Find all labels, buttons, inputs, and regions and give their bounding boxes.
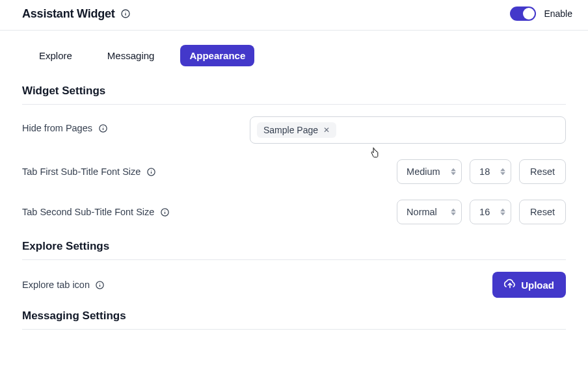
chevrons-icon <box>451 168 456 176</box>
widget-settings-title: Widget Settings <box>22 85 566 98</box>
number-value: 18 <box>479 166 490 177</box>
tab-second-label-wrap: Tab Second Sub-Title Font Size <box>22 207 250 217</box>
number-value: 16 <box>479 207 490 217</box>
tab-first-size-number[interactable]: 18 <box>470 159 511 184</box>
tab-first-label-wrap: Tab First Sub-Title Font Size <box>22 166 250 177</box>
page-body: Explore Messaging Appearance Widget Sett… <box>0 31 588 330</box>
svg-point-2 <box>125 12 126 12</box>
tab-explore[interactable]: Explore <box>30 45 81 66</box>
toggle-knob <box>523 8 535 20</box>
page-header: Assistant Widget Enable <box>0 0 588 31</box>
hide-from-pages-input[interactable]: Sample Page ✕ <box>250 116 566 144</box>
hide-from-pages-label: Hide from Pages <box>22 123 92 133</box>
hide-from-pages-label-wrap: Hide from Pages <box>22 116 250 133</box>
info-icon[interactable] <box>95 280 105 290</box>
row-tab-second: Tab Second Sub-Title Font Size Normal 16 <box>22 200 566 224</box>
title-wrap: Assistant Widget <box>22 7 131 21</box>
upload-button[interactable]: Upload <box>492 272 566 298</box>
tab-appearance[interactable]: Appearance <box>180 45 254 66</box>
info-icon[interactable] <box>98 123 108 133</box>
svg-point-8 <box>151 170 152 170</box>
tab-second-size-number[interactable]: 16 <box>470 200 511 224</box>
tab-first-size-select[interactable]: Medium <box>397 159 462 184</box>
tab-first-label: Tab First Sub-Title Font Size <box>22 166 140 177</box>
tab-second-controls: Normal 16 Reset <box>397 200 566 224</box>
upload-icon <box>504 279 516 291</box>
explore-icon-label: Explore tab icon <box>22 280 90 290</box>
svg-point-14 <box>100 283 100 283</box>
row-hide-from-pages: Hide from Pages Sample Page ✕ <box>22 116 566 144</box>
tab-second-size-select[interactable]: Normal <box>397 200 462 224</box>
tab-second-label: Tab Second Sub-Title Font Size <box>22 207 154 217</box>
explore-settings-title: Explore Settings <box>22 240 566 253</box>
enable-wrap: Enable <box>510 7 572 21</box>
svg-point-11 <box>165 210 165 211</box>
tabs: Explore Messaging Appearance <box>30 45 566 66</box>
tab-first-reset-button[interactable]: Reset <box>519 159 566 184</box>
messaging-settings-title: Messaging Settings <box>22 309 566 322</box>
page-chip: Sample Page ✕ <box>257 122 336 138</box>
row-tab-first: Tab First Sub-Title Font Size Medium 18 <box>22 159 566 184</box>
chevrons-icon <box>500 209 505 216</box>
divider <box>22 259 566 260</box>
info-icon[interactable] <box>159 207 170 217</box>
enable-toggle[interactable] <box>510 7 536 21</box>
tab-first-controls: Medium 18 Reset <box>397 159 566 184</box>
explore-icon-label-wrap: Explore tab icon <box>22 280 250 290</box>
chip-remove-icon[interactable]: ✕ <box>322 125 331 135</box>
svg-point-5 <box>103 126 103 127</box>
hide-from-pages-field-wrap: Sample Page ✕ <box>250 116 566 144</box>
row-explore-icon: Explore tab icon Upload <box>22 272 566 298</box>
chip-label: Sample Page <box>263 125 318 135</box>
tab-messaging[interactable]: Messaging <box>98 45 164 66</box>
info-icon[interactable] <box>120 8 131 19</box>
select-value: Normal <box>407 207 437 217</box>
divider <box>22 329 566 330</box>
info-icon[interactable] <box>146 166 156 177</box>
explore-icon-controls: Upload <box>492 272 566 298</box>
enable-label: Enable <box>544 8 572 19</box>
divider <box>22 104 566 105</box>
tab-second-reset-button[interactable]: Reset <box>519 200 566 224</box>
chevrons-icon <box>500 168 505 176</box>
page-title: Assistant Widget <box>22 7 115 21</box>
select-value: Medium <box>407 166 440 177</box>
chevrons-icon <box>451 209 456 216</box>
upload-label: Upload <box>521 280 554 291</box>
